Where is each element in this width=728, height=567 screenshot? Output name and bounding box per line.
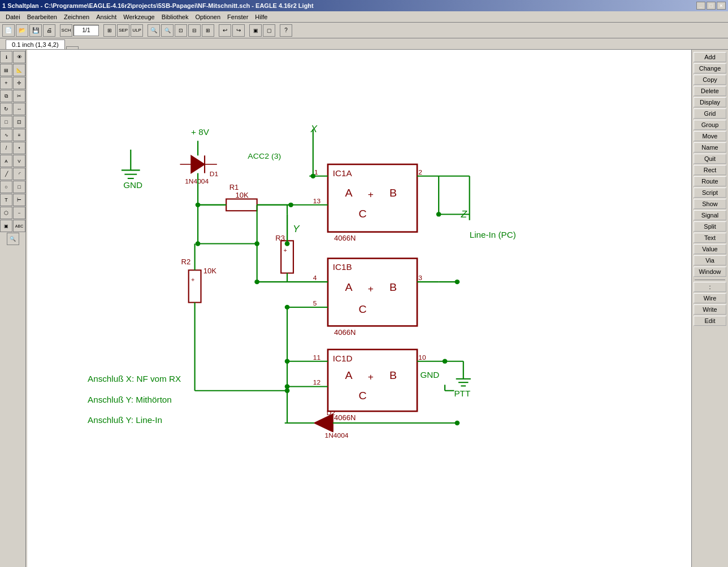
btn-edit[interactable]: Edit: [694, 316, 726, 326]
svg-text:A: A: [345, 187, 353, 199]
btn-show[interactable]: Show: [694, 199, 726, 209]
zoom-input[interactable]: 1/1: [73, 25, 99, 36]
group-tool[interactable]: □: [0, 116, 12, 128]
pin-tool[interactable]: ⊢: [13, 194, 25, 206]
measure-tool[interactable]: 📐: [13, 64, 25, 76]
svg-text:R2: R2: [181, 258, 191, 266]
svg-text:Anschluß Y:  Line-In: Anschluß Y: Line-In: [88, 416, 162, 425]
svg-text:4066N: 4066N: [334, 413, 356, 422]
tool4[interactable]: ▣: [249, 24, 262, 37]
tab-sheet1[interactable]: 0.1 inch (1,3 4,2): [6, 40, 65, 49]
btn-change[interactable]: Change: [694, 63, 726, 73]
zoom-in[interactable]: 🔍: [148, 24, 160, 37]
move-tool[interactable]: ✛: [13, 77, 25, 89]
svg-text:4066N: 4066N: [334, 328, 356, 337]
ungroup-tool[interactable]: ⊡: [13, 116, 25, 128]
btn-wire[interactable]: Wire: [694, 293, 726, 303]
tool2[interactable]: SEP: [117, 24, 129, 37]
menu-bibliothek[interactable]: Bibliothek: [158, 12, 192, 21]
btn-quit[interactable]: Quit: [694, 154, 726, 164]
menu-datei[interactable]: Datei: [2, 12, 24, 21]
tool5[interactable]: ▢: [263, 24, 275, 37]
svg-text:B: B: [389, 281, 397, 293]
menu-fenster[interactable]: Fenster: [224, 12, 252, 21]
svg-text:C: C: [359, 208, 367, 220]
abc-tool[interactable]: ABC: [13, 220, 25, 232]
btn-text[interactable]: Text: [694, 233, 726, 243]
btn-script[interactable]: Script: [694, 187, 726, 198]
menu-ansicht[interactable]: Ansicht: [93, 12, 120, 21]
btn-signal[interactable]: Signal: [694, 210, 726, 220]
print-button[interactable]: 🖨: [43, 24, 55, 37]
grid-toggle[interactable]: ⊞: [103, 24, 116, 37]
zoom-fit[interactable]: ⊡: [175, 24, 187, 37]
minimize-button[interactable]: _: [696, 2, 705, 10]
btn-add[interactable]: Add: [694, 52, 726, 62]
redo[interactable]: ↪: [232, 24, 245, 37]
bus-tool[interactable]: ≡: [13, 129, 25, 141]
btn-via[interactable]: Via: [694, 255, 726, 265]
line-tool[interactable]: ╱: [0, 168, 12, 180]
help[interactable]: ?: [280, 24, 292, 37]
poly-tool[interactable]: ⬡: [0, 207, 12, 219]
svg-text:Y: Y: [293, 224, 300, 234]
btn-window[interactable]: Window: [694, 267, 726, 277]
layer-tool[interactable]: ▤: [0, 64, 12, 76]
tool3[interactable]: ULP: [131, 24, 143, 37]
btn-name[interactable]: Name: [694, 142, 726, 152]
label-tool[interactable]: A: [0, 155, 12, 167]
btn-grid[interactable]: Grid: [694, 108, 726, 119]
btn-value[interactable]: Value: [694, 244, 726, 254]
copy-tool[interactable]: ⧉: [0, 90, 12, 102]
svg-text:10K: 10K: [236, 191, 249, 200]
info-tool[interactable]: ℹ: [0, 51, 12, 63]
text-tool[interactable]: T: [0, 194, 12, 206]
circle-tool[interactable]: ○: [0, 181, 12, 193]
canvas-area[interactable]: GND + 8V X ACC2 (3) Z Y Line-In (PC) 1: [26, 50, 691, 567]
btn-route[interactable]: Route: [694, 176, 726, 186]
btn-move[interactable]: Move: [694, 131, 726, 141]
menu-hilfe[interactable]: Hilfe: [252, 12, 271, 21]
btn-write[interactable]: Write: [694, 304, 726, 315]
value-tool[interactable]: V: [13, 155, 25, 167]
rect-tool[interactable]: □: [13, 181, 25, 193]
open-button[interactable]: 📂: [16, 24, 28, 37]
undo[interactable]: ↩: [219, 24, 231, 37]
btn-display[interactable]: Display: [694, 97, 726, 107]
zoom-last[interactable]: ⊟: [188, 24, 201, 37]
svg-text:+: +: [284, 247, 287, 254]
tab-sheet2[interactable]: [66, 46, 79, 49]
add-tool[interactable]: +: [0, 77, 12, 89]
wire-tool[interactable]: /: [0, 142, 12, 154]
mirror-tool[interactable]: ↔: [13, 103, 25, 115]
delete-tool[interactable]: ✂: [13, 90, 25, 102]
menu-zeichnen[interactable]: Zeichnen: [60, 12, 93, 21]
zoom-area[interactable]: ⊞: [202, 24, 214, 37]
save-button[interactable]: 💾: [29, 24, 42, 37]
arc-tool[interactable]: ◜: [13, 168, 25, 180]
eye-tool[interactable]: 👁: [13, 51, 25, 63]
btn-group[interactable]: Group: [694, 120, 726, 130]
spline-tool[interactable]: ~: [13, 207, 25, 219]
btn-rect[interactable]: Rect: [694, 165, 726, 175]
svg-text:R1: R1: [229, 183, 239, 191]
menu-werkzeuge[interactable]: Werkzeuge: [120, 12, 158, 21]
rotate-tool[interactable]: ↻: [0, 103, 12, 115]
zoom-tool[interactable]: 🔍: [7, 233, 19, 245]
close-button[interactable]: ×: [717, 2, 726, 10]
btn-colon[interactable]: :: [694, 282, 726, 292]
tool1[interactable]: SCH: [60, 24, 72, 37]
maximize-button[interactable]: □: [707, 2, 716, 10]
titlebar: 1 Schaltplan - C:\Programme\EAGLE-4.16r2…: [0, 0, 728, 11]
btn-copy[interactable]: Copy: [694, 75, 726, 85]
image-tool[interactable]: ▣: [0, 220, 12, 232]
junction-tool[interactable]: •: [13, 142, 25, 154]
zoom-out[interactable]: 🔍: [161, 24, 174, 37]
btn-delete[interactable]: Delete: [694, 86, 726, 96]
net-tool[interactable]: ∿: [0, 129, 12, 141]
svg-text:C: C: [359, 304, 367, 316]
btn-split[interactable]: Split: [694, 221, 726, 232]
menu-bearbeiten[interactable]: Bearbeiten: [24, 12, 60, 21]
menu-optionen[interactable]: Optionen: [192, 12, 224, 21]
new-button[interactable]: 📄: [2, 24, 15, 37]
